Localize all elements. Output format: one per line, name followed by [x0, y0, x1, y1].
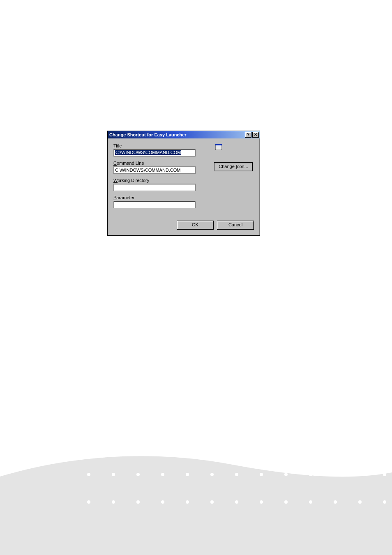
svg-point-24 — [358, 500, 362, 504]
page-background — [0, 0, 392, 555]
working-directory-input[interactable] — [113, 184, 196, 191]
svg-point-5 — [210, 473, 214, 476]
svg-point-13 — [87, 500, 90, 504]
svg-point-9 — [309, 473, 312, 476]
svg-point-6 — [235, 473, 238, 476]
svg-point-14 — [112, 500, 115, 504]
svg-point-10 — [334, 473, 337, 476]
svg-point-7 — [260, 473, 263, 476]
svg-point-0 — [87, 473, 90, 476]
command-line-input[interactable] — [113, 166, 196, 174]
change-shortcut-dialog: Change Shortcut for Easy Launcher ? ✕ Ti… — [107, 131, 260, 236]
svg-point-4 — [186, 473, 189, 476]
svg-point-2 — [136, 473, 140, 476]
title-input[interactable]: C:\WINDOWS\COMMAND.COM — [113, 149, 196, 157]
svg-point-22 — [309, 500, 312, 504]
titlebar[interactable]: Change Shortcut for Easy Launcher ? ✕ — [108, 131, 260, 138]
help-icon: ? — [247, 133, 249, 137]
close-button[interactable]: ✕ — [252, 132, 259, 138]
shortcut-icon-preview — [215, 144, 222, 150]
svg-point-15 — [136, 500, 140, 504]
cancel-button[interactable]: Cancel — [217, 221, 254, 230]
ok-button[interactable]: OK — [177, 221, 214, 230]
working-directory-row: Working Directory — [113, 178, 254, 191]
parameter-input[interactable] — [113, 201, 196, 208]
svg-point-3 — [161, 473, 164, 476]
svg-point-16 — [161, 500, 164, 504]
svg-point-25 — [383, 500, 386, 504]
svg-point-8 — [284, 473, 288, 476]
title-row: Title C:\WINDOWS\COMMAND.COM — [113, 143, 254, 157]
svg-point-11 — [358, 473, 362, 476]
svg-point-20 — [260, 500, 263, 504]
svg-point-1 — [112, 473, 115, 476]
svg-point-23 — [334, 500, 337, 504]
svg-rect-28 — [216, 146, 221, 149]
title-label: Title — [113, 143, 254, 148]
help-button[interactable]: ? — [245, 132, 251, 138]
parameter-row: Parameter — [113, 195, 254, 208]
parameter-label: Parameter — [113, 195, 254, 200]
close-icon: ✕ — [254, 133, 257, 137]
dialog-footer: OK Cancel — [177, 221, 254, 230]
change-icon-button[interactable]: Change Icon... — [214, 162, 253, 171]
svg-point-17 — [186, 500, 189, 504]
svg-point-12 — [383, 473, 386, 476]
svg-point-21 — [284, 500, 288, 504]
working-directory-label: Working Directory — [113, 178, 254, 183]
svg-point-19 — [235, 500, 238, 504]
svg-rect-27 — [215, 144, 222, 145]
dialog-title: Change Shortcut for Easy Launcher — [109, 132, 244, 137]
dialog-body: Title C:\WINDOWS\COMMAND.COM Command Lin… — [108, 138, 260, 235]
svg-point-18 — [210, 500, 214, 504]
